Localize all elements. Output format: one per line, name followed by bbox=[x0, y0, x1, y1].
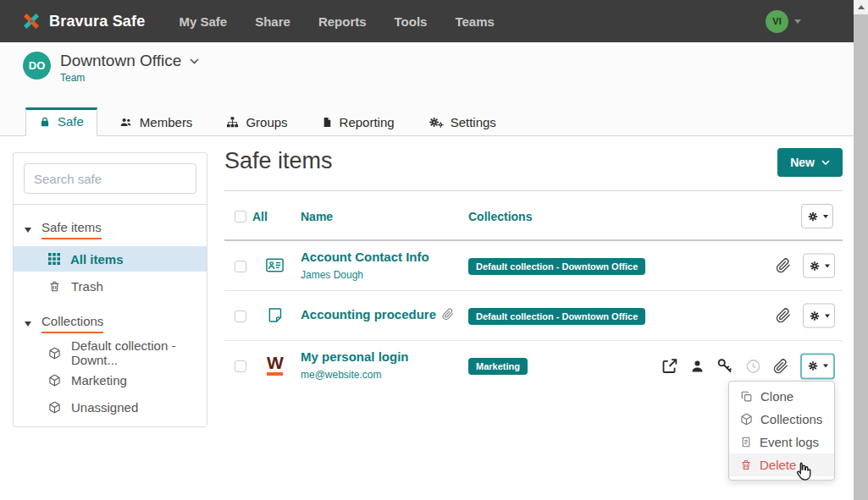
select-all-label: All bbox=[252, 210, 268, 223]
sidebar-item-default-collection[interactable]: Default collection - Downt... bbox=[14, 340, 207, 365]
row-options-button-open[interactable] bbox=[800, 353, 835, 379]
select-all-checkbox[interactable] bbox=[235, 211, 246, 223]
tab-label: Reporting bbox=[340, 115, 395, 129]
trash-icon bbox=[48, 280, 61, 293]
scroll-up-button[interactable] bbox=[854, 0, 868, 14]
column-header-collections: Collections bbox=[468, 210, 532, 223]
page-title: Downtown Office bbox=[60, 52, 181, 70]
user-menu[interactable]: VI bbox=[766, 10, 801, 33]
nav-item-my-safe[interactable]: My Safe bbox=[179, 14, 227, 29]
nav-item-teams[interactable]: Teams bbox=[455, 14, 494, 29]
table-row: Account Contact Info James Dough Default… bbox=[224, 241, 843, 291]
tab-label: Safe bbox=[58, 114, 84, 129]
cube-icon bbox=[48, 374, 61, 387]
nav-item-tools[interactable]: Tools bbox=[395, 14, 428, 29]
tab-label: Members bbox=[140, 115, 193, 129]
tab-safe[interactable]: Safe bbox=[25, 107, 97, 136]
attachment-icon[interactable] bbox=[776, 308, 791, 324]
sidebar-item-trash[interactable]: Trash bbox=[14, 273, 207, 299]
collection-badge: Default collection - Downtown Office bbox=[468, 258, 645, 275]
vertical-scrollbar[interactable] bbox=[854, 0, 868, 500]
clone-icon bbox=[740, 390, 753, 403]
tab-reporting[interactable]: Reporting bbox=[309, 109, 407, 136]
chevron-down-icon bbox=[825, 264, 830, 267]
row-checkbox[interactable] bbox=[235, 261, 246, 272]
grid-icon bbox=[48, 253, 60, 265]
sidebar-item-label: Unassigned bbox=[71, 400, 138, 415]
gear-icon bbox=[809, 260, 821, 272]
lock-icon bbox=[39, 116, 51, 128]
website-favicon: W bbox=[267, 354, 283, 376]
gears-icon bbox=[428, 116, 444, 129]
sidebar-section-header-collections[interactable]: Collections bbox=[14, 310, 207, 338]
menu-item-clone[interactable]: Clone bbox=[729, 385, 834, 408]
app-window: Bravura Safe My Safe Share Reports Tools… bbox=[0, 0, 868, 500]
user-avatar[interactable]: VI bbox=[766, 10, 788, 33]
file-lines-icon bbox=[740, 436, 752, 448]
row-checkbox[interactable] bbox=[235, 310, 246, 322]
users-icon bbox=[119, 116, 133, 129]
sidebar-section-header-safe-items[interactable]: Safe items bbox=[14, 217, 207, 245]
item-link[interactable]: Account Contact Info bbox=[301, 250, 429, 264]
bravura-logo-icon bbox=[20, 10, 42, 32]
team-switcher[interactable]: Downtown Office bbox=[60, 52, 199, 70]
chevron-down-icon bbox=[794, 19, 801, 24]
key-icon[interactable] bbox=[716, 358, 733, 375]
item-link[interactable]: My personal login bbox=[301, 349, 409, 364]
nav-links: My Safe Share Reports Tools Teams bbox=[179, 14, 766, 29]
row-options-button[interactable] bbox=[803, 254, 835, 278]
new-button-label: New bbox=[790, 156, 815, 169]
team-avatar: DO bbox=[23, 52, 51, 80]
table-header: All Name Collections bbox=[224, 191, 843, 241]
person-icon[interactable] bbox=[690, 358, 705, 374]
sidebar-item-unassigned[interactable]: Unassigned bbox=[14, 394, 207, 420]
sidebar-section-label: Collections bbox=[41, 314, 103, 333]
sidebar-section-safe-items: Safe items All items Trash bbox=[14, 217, 207, 299]
attachment-icon[interactable] bbox=[773, 358, 788, 374]
tab-settings[interactable]: Settings bbox=[416, 109, 509, 136]
menu-item-delete[interactable]: Delete bbox=[729, 453, 834, 476]
sidebar-item-all-items[interactable]: All items bbox=[14, 246, 207, 272]
chevron-down-icon bbox=[823, 365, 828, 368]
search-input[interactable] bbox=[24, 163, 196, 194]
column-header-name: Name bbox=[301, 210, 333, 223]
tab-members[interactable]: Members bbox=[106, 109, 206, 136]
top-navbar: Bravura Safe My Safe Share Reports Tools… bbox=[0, 0, 854, 42]
sidebar-item-marketing[interactable]: Marketing bbox=[14, 367, 207, 393]
brand-logo[interactable]: Bravura Safe bbox=[20, 10, 145, 32]
clock-icon-disabled bbox=[745, 358, 761, 374]
sidebar-list: Safe items All items Trash bbox=[14, 205, 207, 420]
row-checkbox[interactable] bbox=[235, 360, 246, 372]
gear-icon bbox=[807, 211, 819, 223]
new-item-button[interactable]: New bbox=[777, 148, 843, 177]
menu-item-event-logs[interactable]: Event logs bbox=[729, 431, 834, 453]
trash-icon bbox=[740, 459, 752, 471]
sidebar-section-label: Safe items bbox=[41, 220, 102, 239]
menu-item-collections[interactable]: Collections bbox=[729, 408, 834, 431]
item-subtitle: James Dough bbox=[301, 269, 429, 281]
attachment-icon[interactable] bbox=[776, 258, 791, 274]
tab-groups[interactable]: Groups bbox=[213, 109, 300, 136]
item-subtitle: me@website.com bbox=[301, 369, 409, 381]
gear-icon bbox=[809, 310, 821, 321]
item-link[interactable]: Accounting procedure bbox=[301, 307, 454, 321]
filter-sidebar: Safe items All items Trash bbox=[13, 152, 207, 427]
launch-share-icon[interactable] bbox=[661, 357, 678, 375]
file-icon bbox=[322, 116, 333, 129]
tab-label: Settings bbox=[451, 115, 496, 129]
nav-item-reports[interactable]: Reports bbox=[318, 14, 367, 29]
section-title: Safe items bbox=[224, 148, 333, 174]
chevron-down-icon bbox=[823, 215, 828, 218]
tab-label: Groups bbox=[246, 115, 287, 129]
gear-icon bbox=[807, 360, 819, 372]
menu-item-label: Delete bbox=[760, 458, 796, 472]
team-subtitle: Team bbox=[60, 72, 199, 84]
collapse-caret-icon bbox=[25, 321, 31, 327]
table-row: Accounting procedure Default collection … bbox=[224, 291, 843, 341]
row-options-button[interactable] bbox=[803, 304, 835, 328]
table-options-button[interactable] bbox=[801, 204, 833, 228]
cube-icon bbox=[48, 347, 61, 360]
note-icon bbox=[266, 305, 284, 328]
search-wrap bbox=[14, 153, 207, 205]
nav-item-share[interactable]: Share bbox=[255, 14, 290, 29]
